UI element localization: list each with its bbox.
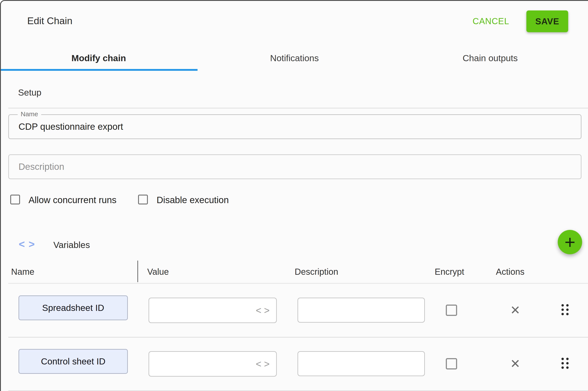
variable-description-input[interactable] (298, 298, 431, 322)
setup-heading: Setup (18, 88, 41, 98)
variables-heading: Variables (53, 240, 90, 250)
variable-value-input[interactable] (149, 298, 255, 323)
tab-bar: Modify chain Notifications Chain outputs (1, 45, 588, 71)
tab-notifications[interactable]: Notifications (197, 45, 392, 71)
add-variable-button[interactable]: + (558, 230, 582, 254)
variable-name-chip[interactable]: Spreadsheet ID (18, 295, 128, 320)
drag-handle-icon[interactable] (561, 304, 569, 315)
column-divider (137, 261, 138, 282)
variable-description-field (297, 351, 425, 376)
table-row: Spreadsheet ID < > ✕ (1, 283, 588, 337)
column-header-encrypt: Encrypt (435, 267, 464, 277)
variable-description-input[interactable] (298, 352, 431, 376)
code-icon: < > (256, 305, 270, 316)
variable-description-field (297, 297, 425, 323)
options-row: Allow concurrent runs Disable execution (1, 195, 588, 208)
table-row: Control sheet ID < > ✕ (1, 337, 588, 390)
tab-chain-outputs[interactable]: Chain outputs (392, 45, 588, 71)
edit-chain-dialog: Edit Chain CANCEL SAVE Modify chain Noti… (0, 0, 588, 391)
variable-name-chip[interactable]: Control sheet ID (18, 349, 128, 374)
code-icon: < > (19, 238, 35, 250)
delete-icon[interactable]: ✕ (507, 303, 524, 317)
allow-concurrent-runs-checkbox[interactable] (10, 195, 20, 204)
cancel-button[interactable]: CANCEL (471, 16, 510, 26)
description-input[interactable] (9, 155, 588, 179)
name-field: Name (8, 114, 582, 139)
drag-handle-icon[interactable] (561, 358, 569, 369)
variable-value-field: < > (148, 297, 277, 323)
column-header-actions: Actions (496, 267, 524, 277)
column-header-value: Value (147, 267, 169, 277)
code-icon: < > (256, 359, 270, 370)
disable-execution-label: Disable execution (157, 195, 229, 205)
column-header-description: Description (295, 267, 338, 277)
description-field (8, 154, 582, 179)
tab-modify-chain[interactable]: Modify chain (1, 45, 197, 71)
disable-execution-checkbox[interactable] (138, 195, 148, 204)
variable-value-input[interactable] (149, 352, 255, 377)
delete-icon[interactable]: ✕ (507, 357, 524, 370)
variable-value-field: < > (148, 351, 277, 377)
name-input[interactable] (9, 115, 588, 138)
save-button[interactable]: SAVE (526, 10, 568, 32)
encrypt-checkbox[interactable] (446, 358, 457, 370)
page-title: Edit Chain (27, 15, 73, 27)
encrypt-checkbox[interactable] (446, 304, 457, 316)
allow-concurrent-runs-label: Allow concurrent runs (28, 195, 117, 205)
active-tab-indicator (1, 69, 198, 71)
column-header-name: Name (11, 267, 34, 277)
section-divider (8, 108, 588, 108)
